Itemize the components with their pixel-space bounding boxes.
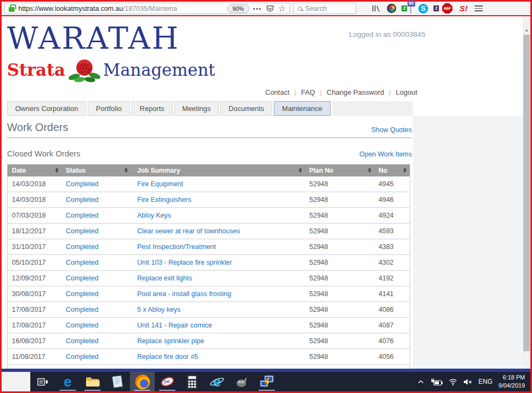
- work-order-job-link[interactable]: Unit 103 - Replace fire sprinkler: [131, 255, 305, 271]
- notepad-taskbar-icon[interactable]: [105, 372, 130, 391]
- column-header-no[interactable]: No: [375, 165, 410, 176]
- column-header-date[interactable]: Date: [8, 165, 62, 176]
- work-order-job-link[interactable]: Replace sprinkler pipe: [131, 333, 305, 349]
- work-order-status-link[interactable]: Completed: [62, 271, 131, 286]
- work-orders-header: Work Orders Show Quotes: [7, 121, 412, 138]
- url-bar[interactable]: https://www.lookatmystrata.com.au/187035…: [4, 3, 290, 14]
- tray-chevron-icon[interactable]: [418, 380, 424, 384]
- work-order-job-link[interactable]: Pest Inspection/Treatment: [131, 239, 305, 255]
- work-order-status-link[interactable]: Completed: [62, 349, 131, 365]
- sort-icon[interactable]: [124, 168, 128, 173]
- work-order-no: 4087: [375, 318, 410, 333]
- vertical-scrollbar[interactable]: ▲: [523, 16, 530, 369]
- table-row: 05/10/2017CompletedUnit 103 - Replace fi…: [8, 255, 410, 271]
- work-order-job-link[interactable]: Clear sewer at rear of townhouses: [131, 224, 305, 239]
- sort-icon[interactable]: [403, 168, 406, 173]
- firefox-taskbar-icon[interactable]: [130, 372, 155, 391]
- internet-explorer-taskbar-icon[interactable]: e: [205, 372, 229, 391]
- column-header-plan-no[interactable]: Plan No: [305, 165, 375, 176]
- work-order-status-link[interactable]: Completed: [62, 176, 131, 192]
- work-order-plan-no: 52948: [305, 192, 375, 208]
- nav-link-change-password[interactable]: Change Password: [327, 88, 384, 96]
- sort-icon[interactable]: [299, 168, 302, 173]
- work-order-job-link[interactable]: Pool area - install glass frosting: [131, 286, 305, 302]
- tab-owners-corporation[interactable]: Owners Corporation: [7, 101, 86, 116]
- work-order-status-link[interactable]: Completed: [62, 302, 131, 318]
- menu-hamburger-icon[interactable]: [475, 5, 483, 11]
- tab-documents[interactable]: Documents: [220, 101, 272, 116]
- work-order-status-link[interactable]: Completed: [62, 239, 131, 255]
- table-row: 11/08/2017CompletedReplace fire door #55…: [8, 349, 410, 365]
- work-order-status-link[interactable]: Completed: [62, 255, 131, 271]
- tab-meetings[interactable]: Meetings: [174, 101, 219, 116]
- language-indicator[interactable]: ENG: [478, 378, 492, 385]
- sort-icon[interactable]: [55, 168, 58, 173]
- page-actions-icon[interactable]: •••: [253, 5, 262, 12]
- battery-charging-icon[interactable]: [430, 378, 443, 386]
- column-header-status[interactable]: Status: [62, 165, 131, 176]
- zoom-level-badge[interactable]: 90%: [227, 4, 249, 13]
- work-order-status-link[interactable]: Completed: [62, 192, 131, 208]
- column-header-job-summary[interactable]: Job Summary: [131, 165, 305, 176]
- work-order-job-link[interactable]: Fire Extinguishers: [131, 192, 305, 208]
- work-order-job-link[interactable]: Replace exit lights: [131, 271, 305, 286]
- tab-maintenance[interactable]: Maintenance: [274, 101, 330, 116]
- work-order-no: 4946: [375, 192, 410, 208]
- work-order-status-link[interactable]: Completed: [62, 286, 131, 302]
- wifi-icon[interactable]: [449, 378, 457, 385]
- extension-badge-count: 90: [408, 1, 415, 6]
- file-explorer-taskbar-icon[interactable]: [80, 372, 105, 391]
- page-title: Work Orders: [7, 121, 68, 134]
- table-row: 14/03/2018CompletedFire Equipment5294849…: [8, 176, 410, 192]
- section-title: Closed Work Orders: [7, 149, 81, 158]
- system-tray: ENG 6:18 PM 9/04/2019: [418, 372, 528, 391]
- search-placeholder: Search: [305, 5, 327, 12]
- bookmark-star-icon[interactable]: ☆: [278, 4, 286, 13]
- work-order-job-link[interactable]: Unit 141 - Repair cornice: [131, 318, 305, 333]
- scroll-up-icon[interactable]: ▲: [523, 28, 530, 32]
- taskbar-clock[interactable]: 6:18 PM 9/04/2019: [498, 374, 528, 390]
- browser-toolbar: https://www.lookatmystrata.com.au/187035…: [2, 2, 530, 16]
- s-extension-icon[interactable]: S!: [459, 4, 468, 13]
- task-view-button[interactable]: [30, 372, 55, 391]
- gimp-taskbar-icon[interactable]: [229, 372, 254, 391]
- tab-portfolio[interactable]: Portfolio: [88, 101, 130, 116]
- show-quotes-link[interactable]: Show Quotes: [371, 126, 412, 134]
- tab-reports[interactable]: Reports: [132, 101, 173, 116]
- waratah-flower-icon: [67, 57, 102, 82]
- colorwheel-extension-icon[interactable]: [387, 4, 396, 13]
- work-order-status-link[interactable]: Completed: [62, 333, 131, 349]
- search-bar[interactable]: Search: [293, 3, 356, 14]
- logo-line2: Strata Management: [7, 57, 215, 82]
- edge-taskbar-icon[interactable]: e: [55, 372, 80, 391]
- work-order-status-link[interactable]: Completed: [62, 224, 131, 239]
- main-tab-bar: Owners CorporationPortfolioReportsMeetin…: [7, 101, 413, 116]
- work-order-job-link[interactable]: Abloy Keys: [131, 208, 305, 224]
- volume-muted-icon[interactable]: [463, 378, 472, 385]
- calculator-taskbar-icon[interactable]: [180, 372, 205, 391]
- work-order-job-link[interactable]: Fire Equipment: [131, 176, 305, 192]
- pocket-icon[interactable]: [266, 4, 274, 13]
- work-order-status-link[interactable]: Completed: [62, 318, 131, 333]
- skype-icon[interactable]: S: [418, 4, 428, 14]
- url-text[interactable]: https://www.lookatmystrata.com.au/187035…: [18, 5, 224, 12]
- work-order-date: 14/03/2018: [8, 192, 62, 208]
- work-order-date: 12/09/2017: [8, 271, 62, 286]
- work-order-status-link[interactable]: Completed: [62, 208, 131, 224]
- work-order-job-link[interactable]: 5 x Abloy keys: [131, 302, 305, 318]
- sort-icon[interactable]: [368, 168, 371, 173]
- start-button[interactable]: [2, 372, 30, 391]
- work-order-job-link[interactable]: Replace fire door #5: [131, 349, 305, 365]
- scrollbar-thumb[interactable]: [523, 35, 530, 351]
- library-icon[interactable]: [371, 4, 380, 12]
- extension-purple-badge-icon[interactable]: 90: [410, 4, 411, 14]
- open-work-items-link[interactable]: Open Work Items: [359, 150, 412, 158]
- adblock-plus-icon[interactable]: ABP: [442, 3, 452, 14]
- nav-link-faq[interactable]: FAQ: [301, 88, 315, 96]
- snipping-tool-taskbar-icon[interactable]: [155, 372, 180, 391]
- work-order-date: 05/10/2017: [8, 255, 62, 271]
- work-order-plan-no: 52948: [305, 318, 375, 333]
- nav-link-contact[interactable]: Contact: [265, 88, 290, 96]
- nav-link-logout[interactable]: Logout: [396, 88, 417, 96]
- sync-utility-taskbar-icon[interactable]: [254, 372, 279, 391]
